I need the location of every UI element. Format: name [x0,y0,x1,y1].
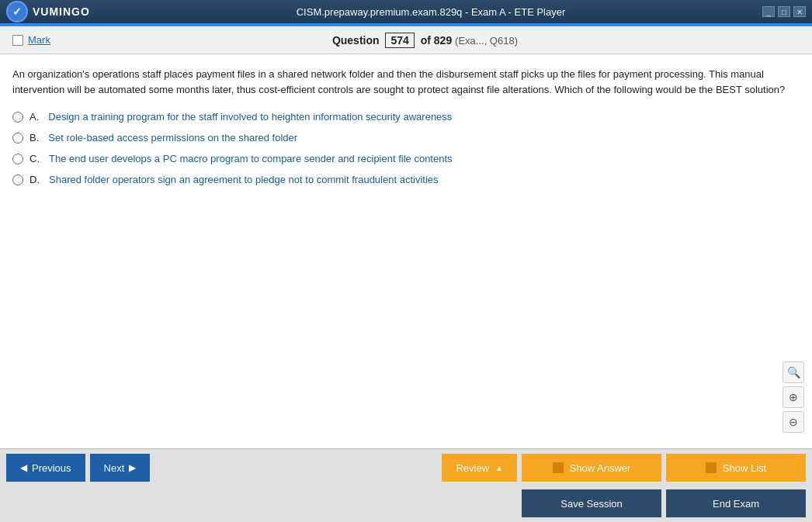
show-answer-icon [553,462,564,473]
option-d[interactable]: D. Shared folder operators sign an agree… [12,174,800,185]
radio-b[interactable] [12,133,23,143]
bottom-bar: ◀ Previous Next ▶ Review ▲ Show Answer S… [0,448,812,522]
option-c-text: The end user develops a PC macro program… [49,153,453,164]
title-bar: ✓ VUMINGO CISM.prepaway.premium.exam.829… [0,0,812,23]
minimize-button[interactable]: _ [762,6,775,17]
save-session-label: Save Session [560,498,623,510]
question-label: Question [332,34,380,47]
review-arrow-icon: ▲ [495,464,503,472]
review-label: Review [456,462,489,474]
option-a-label: A. [29,111,39,123]
question-text: An organization's operations staff place… [12,67,800,97]
previous-arrow-icon: ◀ [20,462,27,473]
zoom-in-button[interactable]: ⊕ [783,386,804,408]
option-b-text: Set role-based access permissions on the… [48,132,297,143]
previous-label: Previous [32,462,71,474]
option-d-label: D. [29,174,40,185]
options-list: A. Design a training program for the sta… [12,111,800,185]
radio-a[interactable] [12,112,23,123]
radio-d[interactable] [12,175,23,185]
end-exam-label: End Exam [713,498,759,510]
next-label: Next [104,462,125,474]
next-arrow-icon: ▶ [129,462,136,473]
option-c-label: C. [29,153,40,164]
window-title: CISM.prepaway.premium.exam.829q - Exam A… [99,6,762,18]
question-total: of 829 [421,34,452,47]
side-tools: 🔍 ⊕ ⊖ [783,361,804,433]
radio-c[interactable] [12,154,23,164]
window-controls[interactable]: _ □ ✕ [762,6,806,17]
option-b[interactable]: B. Set role-based access permissions on … [12,132,800,143]
mark-label[interactable]: Mark [28,34,50,46]
save-session-button[interactable]: Save Session [522,489,661,517]
show-answer-button[interactable]: Show Answer [522,454,661,482]
bottom-row2: Save Session End Exam [0,486,812,522]
show-list-button[interactable]: Show List [666,454,806,482]
maximize-button[interactable]: □ [778,6,790,17]
question-info: Question 574 of 829 (Exa..., Q618) [50,33,800,48]
option-a-text: Design a training program for the staff … [48,111,452,123]
toolbar: Mark Question 574 of 829 (Exa..., Q618) [0,26,812,54]
bottom-row1: ◀ Previous Next ▶ Review ▲ Show Answer S… [0,449,812,486]
option-a[interactable]: A. Design a training program for the sta… [12,111,800,123]
mark-area: Mark [12,34,50,46]
review-button[interactable]: Review ▲ [442,454,517,482]
search-tool-button[interactable]: 🔍 [783,361,804,383]
logo-icon: ✓ [6,1,28,22]
logo-area: ✓ VUMINGO [6,1,99,22]
zoom-out-button[interactable]: ⊖ [783,411,804,433]
show-list-icon [706,462,717,473]
logo-text: VUMINGO [33,5,90,18]
question-number: 574 [385,33,414,48]
close-button[interactable]: ✕ [793,6,806,17]
option-c[interactable]: C. The end user develops a PC macro prog… [12,153,800,164]
end-exam-button[interactable]: End Exam [666,489,806,517]
previous-button[interactable]: ◀ Previous [6,454,85,482]
option-b-label: B. [29,132,39,143]
question-sub: (Exa..., Q618) [455,35,518,47]
logo-checkmark: ✓ [12,5,22,18]
show-answer-label: Show Answer [570,462,631,474]
show-list-label: Show List [723,462,766,474]
mark-checkbox[interactable] [12,35,23,46]
next-button[interactable]: Next ▶ [90,454,151,482]
main-content: An organization's operations staff place… [0,54,812,448]
option-d-text: Shared folder operators sign an agreemen… [49,174,439,185]
